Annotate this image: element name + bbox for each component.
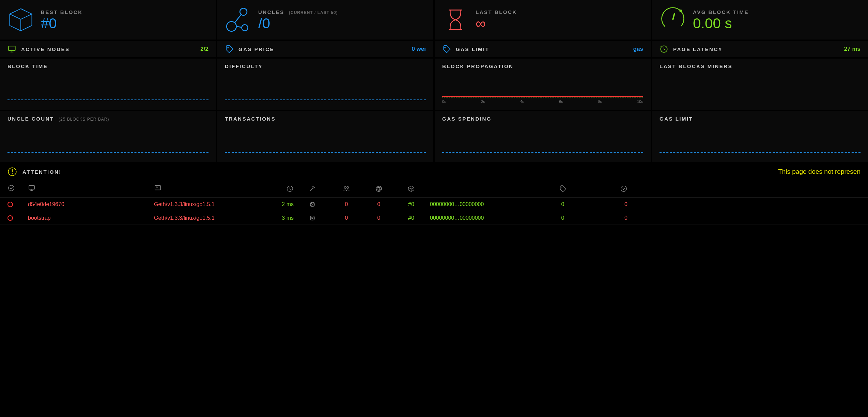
last-block-card: LAST BLOCK ∞ bbox=[435, 0, 651, 40]
active-nodes-value: 2/2 bbox=[200, 46, 208, 52]
chart-label: TRANSACTIONS bbox=[225, 116, 426, 122]
avg-block-value: 0.00 s bbox=[693, 16, 749, 31]
status-dot bbox=[7, 215, 25, 221]
col-mining-icon[interactable] bbox=[297, 185, 328, 192]
tag-icon bbox=[442, 45, 451, 53]
node-txs: 0 bbox=[529, 201, 597, 207]
prop-axis: 0s2s4s6s8s10s bbox=[442, 99, 643, 104]
node-block: #0 bbox=[396, 215, 427, 221]
svg-point-13 bbox=[344, 187, 346, 189]
cube-icon bbox=[7, 6, 34, 33]
svg-point-18 bbox=[621, 186, 627, 192]
prop-red-line bbox=[442, 96, 643, 97]
chart-label: GAS SPENDING bbox=[442, 116, 643, 122]
chart-label: LAST BLOCKS MINERS bbox=[660, 63, 861, 69]
block-time-chart: BLOCK TIME bbox=[0, 59, 216, 110]
svg-point-5 bbox=[227, 47, 228, 48]
gas-price-value: 0 wei bbox=[412, 46, 426, 52]
alert-icon bbox=[7, 167, 17, 176]
gauge-icon bbox=[660, 6, 686, 33]
node-table-header bbox=[0, 180, 868, 198]
uncles-value: /0 bbox=[258, 16, 338, 31]
sparkline bbox=[225, 99, 426, 100]
chart-label: BLOCK TIME bbox=[7, 63, 208, 69]
difficulty-chart: DIFFICULTY bbox=[217, 59, 433, 110]
attention-label: ATTENTION! bbox=[22, 169, 62, 175]
last-block-value: ∞ bbox=[476, 16, 517, 31]
chart-label: DIFFICULTY bbox=[225, 63, 426, 69]
hourglass-icon bbox=[442, 6, 469, 33]
col-peers-icon[interactable] bbox=[331, 185, 362, 192]
page-latency-value: 27 ms bbox=[844, 46, 861, 52]
sparkline bbox=[7, 152, 208, 153]
best-block-card: BEST BLOCK #0 bbox=[0, 0, 216, 40]
table-row[interactable]: d54e0de19670Geth/v1.3.3/linux/go1.5.12 m… bbox=[0, 198, 868, 211]
node-client: Geth/v1.3.3/linux/go1.5.1 bbox=[154, 215, 246, 221]
chart-label: BLOCK PROPAGATION bbox=[442, 63, 643, 69]
clock-icon bbox=[660, 45, 668, 53]
block-propagation-chart: BLOCK PROPAGATION 0s2s4s6s8s10s bbox=[435, 59, 651, 110]
active-nodes-stat: ACTIVE NODES 2/2 bbox=[0, 41, 216, 57]
best-block-label: BEST BLOCK bbox=[41, 9, 83, 15]
gas-price-stat: GAS PRICE 0 wei bbox=[217, 41, 433, 57]
svg-rect-4 bbox=[9, 46, 15, 50]
mining-status bbox=[297, 202, 328, 207]
page-latency-label: PAGE LATENCY bbox=[673, 46, 844, 52]
node-peers: 0 bbox=[331, 201, 362, 207]
col-client-icon[interactable] bbox=[154, 184, 246, 193]
svg-point-14 bbox=[347, 187, 349, 189]
sparkline bbox=[225, 152, 426, 153]
node-latency: 2 ms bbox=[249, 201, 294, 207]
gas-spending-chart: GAS SPENDING bbox=[435, 111, 651, 162]
status-dot bbox=[7, 202, 25, 207]
col-latency-icon[interactable] bbox=[249, 185, 294, 192]
node-txs: 0 bbox=[529, 215, 597, 221]
gas-limit-value: gas bbox=[633, 46, 643, 52]
col-uncles-icon[interactable] bbox=[600, 185, 627, 192]
col-block-icon[interactable] bbox=[396, 185, 427, 192]
active-nodes-label: ACTIVE NODES bbox=[21, 46, 200, 52]
svg-point-3 bbox=[680, 10, 682, 12]
transactions-chart: TRANSACTIONS bbox=[217, 111, 433, 162]
node-client: Geth/v1.3.3/linux/go1.5.1 bbox=[154, 201, 246, 207]
last-miners-chart: LAST BLOCKS MINERS bbox=[652, 59, 868, 110]
svg-point-17 bbox=[561, 187, 562, 188]
node-pending: 0 bbox=[365, 215, 392, 221]
chart-label: GAS LIMIT bbox=[660, 116, 861, 122]
nodes-icon bbox=[7, 45, 16, 53]
gas-limit-label: GAS LIMIT bbox=[456, 46, 633, 52]
node-latency: 3 ms bbox=[249, 215, 294, 221]
page-latency-stat: PAGE LATENCY 27 ms bbox=[652, 41, 868, 57]
chart-label: UNCLE COUNT (25 BLOCKS PER BAR) bbox=[7, 116, 208, 122]
uncles-label: UNCLES (CURRENT / LAST 50) bbox=[258, 9, 338, 15]
sparkline bbox=[7, 99, 208, 100]
svg-point-16 bbox=[376, 187, 382, 190]
col-node-icon[interactable] bbox=[28, 184, 151, 193]
svg-point-2 bbox=[242, 25, 248, 31]
node-peers: 0 bbox=[331, 215, 362, 221]
table-row[interactable]: bootstrapGeth/v1.3.3/linux/go1.5.13 ms00… bbox=[0, 211, 868, 225]
attention-bar: ATTENTION! This page does not represen bbox=[0, 164, 868, 180]
node-uncles: 0 bbox=[600, 215, 627, 221]
svg-point-15 bbox=[376, 186, 382, 192]
gas-price-label: GAS PRICE bbox=[238, 46, 412, 52]
node-pending: 0 bbox=[365, 201, 392, 207]
uncles-card: UNCLES (CURRENT / LAST 50) /0 bbox=[217, 0, 433, 40]
best-block-value: #0 bbox=[41, 16, 83, 31]
node-block: #0 bbox=[396, 201, 427, 207]
node-name: d54e0de19670 bbox=[28, 201, 151, 207]
mining-status bbox=[297, 215, 328, 221]
uncles-icon bbox=[225, 6, 251, 33]
node-name: bootstrap bbox=[28, 215, 151, 221]
col-txs-icon[interactable] bbox=[529, 185, 597, 192]
svg-rect-10 bbox=[29, 186, 35, 189]
uncle-count-chart: UNCLE COUNT (25 BLOCKS PER BAR) bbox=[0, 111, 216, 162]
attention-msg: This page does not represen bbox=[778, 168, 861, 175]
col-pending-icon[interactable] bbox=[365, 185, 392, 192]
gas-limit-chart: GAS LIMIT bbox=[652, 111, 868, 162]
col-status-icon[interactable] bbox=[7, 184, 25, 193]
avg-block-time-card: AVG BLOCK TIME 0.00 s bbox=[652, 0, 868, 40]
prop-green-dash bbox=[442, 97, 643, 97]
tag-icon bbox=[225, 45, 234, 53]
svg-point-6 bbox=[445, 47, 446, 48]
